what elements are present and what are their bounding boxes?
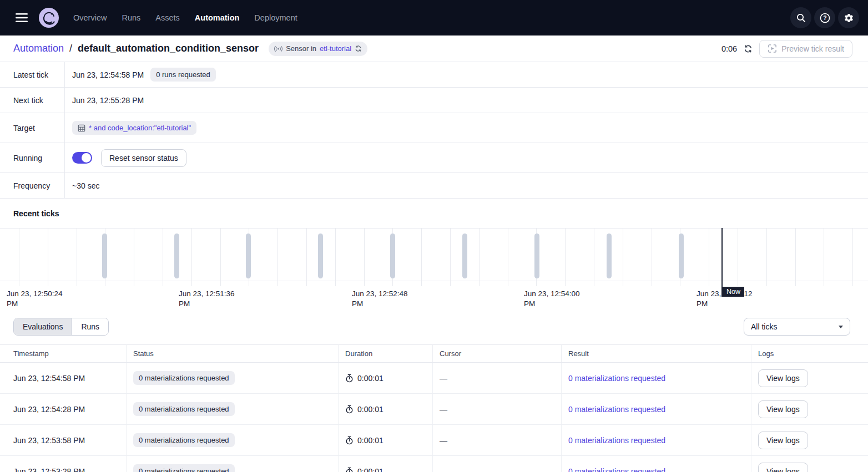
table-row: Jun 23, 12:53:58 PM 0 materializations r… <box>0 425 868 456</box>
reset-sensor-status-button[interactable]: Reset sensor status <box>101 149 186 167</box>
tick-logs-cell: View logs <box>751 456 868 472</box>
result-link[interactable]: 0 materializations requested <box>568 405 665 414</box>
octopus-logo-icon <box>39 8 59 28</box>
tick-cursor-cell: — <box>433 456 562 472</box>
tick-bar[interactable] <box>534 234 539 278</box>
tick-bar[interactable] <box>462 234 467 278</box>
axis-time-label: Jun 23, 12:52:48 PM <box>352 289 418 309</box>
tick-result-cell: 0 materializations requested <box>562 456 751 472</box>
help-button[interactable]: ? <box>814 7 835 28</box>
tick-cursor-cell: — <box>433 363 562 393</box>
tick-logs-cell: View logs <box>751 425 868 455</box>
tick-status-cell: 0 materializations requested <box>127 425 339 455</box>
tick-duration-cell: 0:00:01 <box>339 425 433 455</box>
status-badge: 0 materializations requested <box>133 402 235 416</box>
detail-row-frequency: Frequency ~30 sec <box>0 173 868 199</box>
settings-button[interactable] <box>838 7 859 28</box>
tick-bar[interactable] <box>390 234 395 278</box>
refresh-icon <box>744 44 753 53</box>
recent-ticks-heading: Recent ticks <box>13 209 59 218</box>
tick-bar[interactable] <box>679 234 684 278</box>
tick-status-cell: 0 materializations requested <box>127 456 339 472</box>
latest-tick-label: Latest tick <box>0 62 65 87</box>
tab-runs[interactable]: Runs <box>72 318 108 335</box>
view-logs-button[interactable]: View logs <box>758 369 808 387</box>
tick-result-cell: 0 materializations requested <box>562 394 751 424</box>
table-row: Jun 23, 12:53:28 PM 0 materializations r… <box>0 456 868 472</box>
stopwatch-icon <box>345 405 354 414</box>
tick-bar[interactable] <box>174 234 179 278</box>
gridline <box>306 229 307 286</box>
tick-bar[interactable] <box>102 234 107 278</box>
primary-nav: OverviewRunsAssetsAutomationDeployment <box>73 13 297 22</box>
result-link[interactable]: 0 materializations requested <box>568 436 665 445</box>
gridline <box>652 229 652 286</box>
nav-item-assets[interactable]: Assets <box>155 13 180 22</box>
toggle-knob <box>82 153 91 163</box>
search-button[interactable] <box>790 7 811 28</box>
preview-icon <box>768 44 777 53</box>
nav-item-overview[interactable]: Overview <box>73 13 107 22</box>
tick-logs-cell: View logs <box>751 394 868 424</box>
gridline <box>623 229 623 286</box>
frequency-value: ~30 sec <box>72 181 99 190</box>
gridline <box>335 229 336 286</box>
gridline <box>191 229 192 286</box>
gridline <box>795 229 796 286</box>
tab-evaluations[interactable]: Evaluations <box>14 318 72 335</box>
svg-text:?: ? <box>823 14 826 21</box>
gridline <box>19 229 19 286</box>
status-badge: 0 materializations requested <box>133 371 235 385</box>
gridline <box>565 229 566 286</box>
breadcrumb: Automation / default_automation_conditio… <box>13 42 367 56</box>
view-logs-button[interactable]: View logs <box>758 432 808 449</box>
nav-item-deployment[interactable]: Deployment <box>254 13 297 22</box>
recent-ticks-section: Recent ticks <box>0 199 868 228</box>
table-row: Jun 23, 12:54:28 PM 0 materializations r… <box>0 394 868 425</box>
latest-tick-value: Jun 23, 12:54:58 PM <box>72 70 144 79</box>
view-logs-button[interactable]: View logs <box>758 400 808 418</box>
target-value: * and code_location:"etl-tutorial" <box>89 124 191 132</box>
ticks-table-header: TimestampStatusDurationCursorResultLogs <box>0 344 868 363</box>
nav-item-automation[interactable]: Automation <box>195 13 240 22</box>
tick-filter-dropdown[interactable]: All ticks <box>744 318 850 336</box>
tick-timestamp-cell: Jun 23, 12:54:28 PM <box>0 394 127 424</box>
column-header-duration: Duration <box>339 345 433 362</box>
axis-time-label: Jun 23, 12:50:24 PM <box>7 289 73 309</box>
dagster-logo[interactable] <box>39 8 59 28</box>
breadcrumb-automation-link[interactable]: Automation <box>13 43 64 54</box>
now-marker-badge: Now <box>723 287 744 297</box>
tick-bar[interactable] <box>607 234 612 278</box>
detail-row-target: Target * and code_location:"etl-tutorial… <box>0 113 868 143</box>
stopwatch-icon <box>345 467 354 472</box>
tick-bar[interactable] <box>246 234 251 278</box>
gridline <box>479 229 480 286</box>
status-badge: 0 materializations requested <box>133 433 235 447</box>
evaluations-toolbar: EvaluationsRuns All ticks <box>0 309 868 344</box>
result-link[interactable]: 0 materializations requested <box>568 467 665 472</box>
gridline <box>77 229 77 286</box>
refresh-button[interactable] <box>744 44 753 53</box>
menu-button[interactable] <box>12 10 31 26</box>
running-toggle[interactable] <box>72 152 92 164</box>
preview-tick-result-button[interactable]: Preview tick result <box>759 40 852 58</box>
tick-cursor-cell: — <box>433 394 562 424</box>
axis-time-label: Jun 23, 12:51:36 PM <box>179 289 245 309</box>
tick-bar[interactable] <box>318 234 323 278</box>
nav-item-runs[interactable]: Runs <box>122 13 140 22</box>
gridline <box>709 229 709 286</box>
asset-table-icon <box>78 124 85 132</box>
view-logs-button[interactable]: View logs <box>758 463 808 472</box>
tick-cursor: — <box>440 374 447 383</box>
column-header-cursor: Cursor <box>433 345 562 362</box>
code-location-link[interactable]: etl-tutorial <box>320 44 351 53</box>
target-selection-pill[interactable]: * and code_location:"etl-tutorial" <box>72 121 196 135</box>
tick-timestamp-cell: Jun 23, 12:53:58 PM <box>0 425 127 455</box>
tick-duration: 0:00:01 <box>357 467 383 472</box>
result-link[interactable]: 0 materializations requested <box>568 374 665 383</box>
column-header-status: Status <box>127 345 339 362</box>
stopwatch-icon <box>345 436 354 445</box>
reload-location-icon[interactable] <box>355 45 362 52</box>
sensor-location-badge: Sensor in etl-tutorial <box>269 42 367 56</box>
gridline <box>364 229 365 286</box>
